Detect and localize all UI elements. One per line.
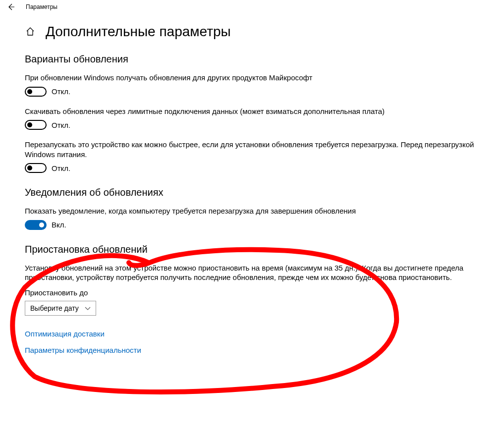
toggle-restart-asap-label: Откл. xyxy=(52,164,70,172)
content-area: Дополнительные параметры Варианты обновл… xyxy=(0,14,504,354)
toggle-knob xyxy=(27,89,32,94)
toggle-other-products-label: Откл. xyxy=(52,87,70,96)
section-title-notifications: Уведомления об обновлениях xyxy=(25,187,504,198)
setting-restart-asap-text: Перезапускать это устройство как можно б… xyxy=(25,140,504,159)
toggle-row-notification: Вкл. xyxy=(25,220,504,230)
toggle-row-restart-asap: Откл. xyxy=(25,163,504,173)
setting-other-products-text: При обновлении Windows получать обновлен… xyxy=(25,73,504,83)
toggle-metered[interactable] xyxy=(25,120,47,130)
toggle-row-other-products: Откл. xyxy=(25,87,504,97)
link-privacy-settings[interactable]: Параметры конфиденциальности xyxy=(25,346,504,354)
section-notifications: Уведомления об обновлениях Показать увед… xyxy=(25,187,504,230)
home-button[interactable] xyxy=(25,26,36,37)
setting-metered-text: Скачивать обновления через лимитные подк… xyxy=(25,107,504,116)
link-delivery-optimization[interactable]: Оптимизация доставки xyxy=(25,330,504,338)
page-title: Дополнительные параметры xyxy=(46,24,231,40)
pause-date-select[interactable]: Выберите дату xyxy=(25,301,96,316)
toggle-restart-asap[interactable] xyxy=(25,163,47,173)
section-title-update-options: Варианты обновления xyxy=(25,54,504,65)
pause-field-label: Приостановить до xyxy=(25,288,504,297)
toggle-knob xyxy=(27,122,32,127)
toggle-row-metered: Откл. xyxy=(25,120,504,130)
pause-description: Установку обновлений на этом устройстве … xyxy=(25,263,471,282)
toggle-metered-label: Откл. xyxy=(52,121,70,129)
pause-date-value: Выберите дату xyxy=(30,304,79,312)
toggle-knob xyxy=(39,222,44,227)
arrow-left-icon xyxy=(7,3,15,11)
home-icon xyxy=(25,27,35,37)
section-pause: Приостановка обновлений Установку обновл… xyxy=(25,244,504,316)
back-button[interactable] xyxy=(6,2,16,12)
chevron-down-icon xyxy=(85,304,91,312)
titlebar-label: Параметры xyxy=(26,3,57,10)
toggle-knob xyxy=(27,166,32,170)
page-header: Дополнительные параметры xyxy=(25,24,504,40)
toggle-notification-label: Вкл. xyxy=(52,221,66,229)
toggle-notification[interactable] xyxy=(25,220,47,230)
setting-notification-text: Показать уведомление, когда компьютеру т… xyxy=(25,206,504,216)
section-update-options: Варианты обновления При обновлении Windo… xyxy=(25,54,504,173)
toggle-other-products[interactable] xyxy=(25,87,47,97)
section-title-pause: Приостановка обновлений xyxy=(25,244,504,255)
titlebar: Параметры xyxy=(0,0,504,14)
